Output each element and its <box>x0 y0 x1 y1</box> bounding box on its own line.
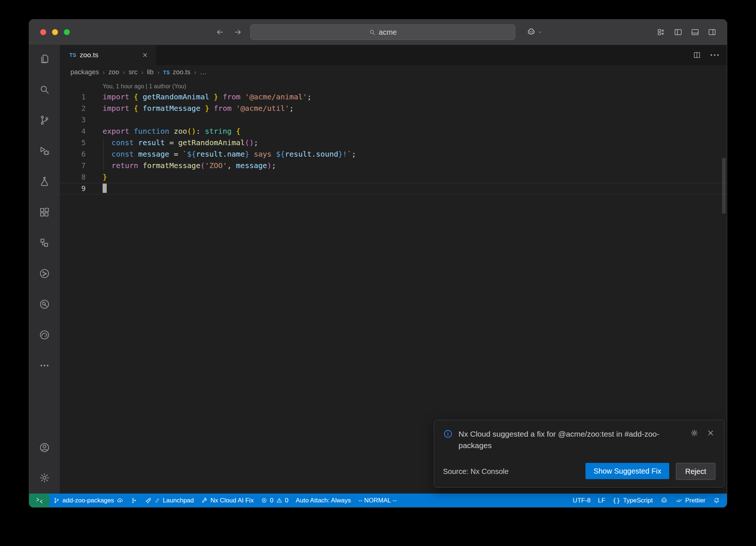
split-editor-icon[interactable] <box>693 51 701 59</box>
notification-source: Source: Nx Console <box>443 467 509 476</box>
wrench-icon <box>201 497 208 504</box>
code-text: import { getRandomAnimal } from '@acme/a… <box>93 91 312 103</box>
forward-icon[interactable] <box>233 28 242 37</box>
extensions-icon[interactable] <box>29 197 60 228</box>
edge-browser-icon[interactable] <box>29 320 60 350</box>
more-actions-icon[interactable] <box>711 54 719 56</box>
git-blame-annotation: You, 1 hour ago | 1 author (You) <box>103 82 727 91</box>
close-tab-icon[interactable] <box>142 52 148 58</box>
cursor <box>103 184 107 193</box>
notification-close-icon[interactable] <box>707 429 715 437</box>
breadcrumb-item-zoo[interactable]: zoo <box>109 68 119 76</box>
link-icon <box>154 498 160 504</box>
typescript-file-icon: TS <box>163 69 170 75</box>
source-control-icon[interactable] <box>29 105 60 136</box>
graph-status[interactable] <box>127 494 141 507</box>
search-icon <box>369 29 376 36</box>
command-center[interactable]: acme <box>250 24 515 40</box>
eol-label: LF <box>598 497 605 504</box>
code-text: } <box>93 171 107 183</box>
cloud-upload-icon <box>117 497 124 504</box>
rocket-icon <box>145 497 152 504</box>
project-graph-icon[interactable] <box>29 258 60 289</box>
run-debug-icon[interactable] <box>29 136 60 166</box>
customize-layout-icon[interactable] <box>657 28 666 37</box>
line-number: 5 <box>60 137 93 149</box>
code-line-7[interactable]: 7 return formatMessage('ZOO', message); <box>60 160 727 171</box>
layout-controls <box>657 28 717 37</box>
code-line-2[interactable]: 2import { formatMessage } from '@acme/ut… <box>60 103 727 114</box>
reject-button[interactable]: Reject <box>676 463 715 480</box>
line-number: 8 <box>60 171 93 183</box>
minimize-window-button[interactable] <box>52 29 58 35</box>
breadcrumb-item-zoots[interactable]: TSzoo.ts <box>163 68 190 76</box>
title-bar: acme <box>29 20 727 45</box>
editor-scrollbar[interactable] <box>722 158 726 214</box>
breadcrumb-item-lib[interactable]: lib <box>147 68 154 76</box>
search-icon[interactable] <box>29 74 60 105</box>
screen: acme TS zoo <box>0 0 756 546</box>
launchpad-status[interactable]: Launchpad <box>141 494 197 507</box>
line-number: 6 <box>60 149 93 160</box>
code-line-6[interactable]: 6 const message = `${result.name} says $… <box>60 149 727 160</box>
code-text: export function zoo(): string { <box>93 126 240 137</box>
auto-attach-status[interactable]: Auto Attach: Always <box>292 494 354 507</box>
vim-mode-status[interactable]: -- NORMAL -- <box>354 494 400 507</box>
eol-status[interactable]: LF <box>594 494 609 507</box>
typescript-file-icon: TS <box>69 52 76 58</box>
nx-fix-label: Nx Cloud AI Fix <box>210 497 254 504</box>
line-number: 2 <box>60 103 93 114</box>
code-line-8[interactable]: 8} <box>60 171 727 183</box>
remote-indicator[interactable] <box>29 494 49 507</box>
nx-cloud-ai-fix-status[interactable]: Nx Cloud AI Fix <box>197 494 257 507</box>
remote-icon <box>36 497 43 504</box>
toggle-primary-sidebar-icon[interactable] <box>674 28 683 37</box>
tab-label: zoo.ts <box>80 51 99 59</box>
copilot-menu[interactable] <box>526 27 543 37</box>
testing-icon[interactable] <box>29 166 60 197</box>
language-status[interactable]: {} TypeScript <box>609 494 657 507</box>
vim-mode-label: -- NORMAL -- <box>358 497 396 504</box>
toggle-secondary-sidebar-icon[interactable] <box>708 28 717 37</box>
copilot-icon <box>526 27 536 37</box>
notification-settings-icon[interactable] <box>690 429 698 437</box>
inspect-icon[interactable] <box>29 289 60 320</box>
formatter-status[interactable]: Prettier <box>672 494 709 507</box>
back-icon[interactable] <box>216 28 224 37</box>
info-icon <box>443 429 453 439</box>
git-branch-status[interactable]: add-zoo-packages <box>49 494 127 507</box>
account-icon[interactable] <box>29 432 60 463</box>
traffic-lights <box>40 29 70 35</box>
line-number: 7 <box>60 160 93 171</box>
problems-status[interactable]: 0 0 <box>257 494 292 507</box>
explorer-icon[interactable] <box>29 44 60 74</box>
hierarchy-view-icon[interactable] <box>29 228 60 258</box>
chevron-down-icon <box>537 29 543 35</box>
code-line-1[interactable]: 1import { getRandomAnimal } from '@acme/… <box>60 91 727 103</box>
auto-attach-label: Auto Attach: Always <box>296 497 351 504</box>
code-line-9[interactable]: 9 <box>60 183 727 194</box>
settings-icon[interactable] <box>29 463 60 493</box>
breadcrumb-item-src[interactable]: src <box>128 68 137 76</box>
close-window-button[interactable] <box>40 29 46 35</box>
tab-zoo-ts[interactable]: TS zoo.ts <box>60 45 155 65</box>
notifications-status[interactable] <box>709 494 724 507</box>
code-line-3[interactable]: 3 <box>60 114 727 126</box>
breadcrumb-item-packages[interactable]: packages <box>71 68 99 76</box>
line-number: 9 <box>60 183 93 194</box>
code-line-4[interactable]: 4export function zoo(): string { <box>60 126 727 137</box>
code-line-5[interactable]: 5 const result = getRandomAnimal(); <box>60 137 727 149</box>
toggle-panel-icon[interactable] <box>691 28 700 37</box>
breadcrumb-item-[interactable]: … <box>200 68 206 76</box>
breadcrumb-separator: › <box>123 69 125 76</box>
encoding-status[interactable]: UTF-8 <box>569 494 594 507</box>
code-text <box>93 183 107 194</box>
zoom-window-button[interactable] <box>64 29 70 35</box>
breadcrumb-separator: › <box>103 69 105 76</box>
double-check-icon <box>676 497 683 504</box>
show-suggested-fix-button[interactable]: Show Suggested Fix <box>585 463 669 479</box>
code-text <box>93 114 103 126</box>
activity-bar <box>29 45 60 494</box>
copilot-status[interactable] <box>656 494 672 507</box>
more-views-icon[interactable] <box>29 350 60 381</box>
